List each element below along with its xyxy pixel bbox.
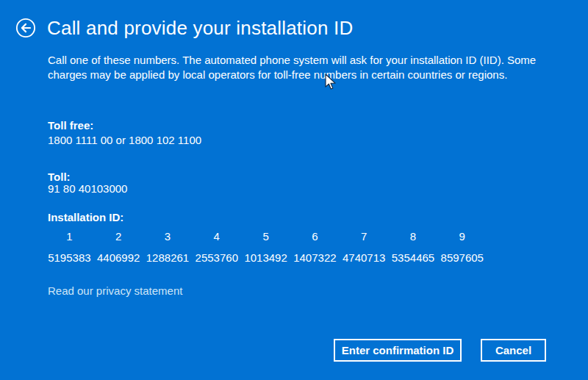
privacy-statement-link[interactable]: Read our privacy statement: [48, 284, 182, 297]
intro-line-1: Call one of these numbers. The automated…: [48, 53, 536, 68]
iid-col-header-7: 7: [340, 230, 389, 243]
page-title: Call and provide your installation ID: [47, 16, 353, 40]
toll-label: Toll:: [48, 171, 71, 183]
installation-id-label: Installation ID:: [48, 211, 123, 223]
iid-col-header-3: 3: [143, 230, 193, 243]
iid-col-header-6: 6: [290, 230, 340, 243]
activation-call-screen: Call and provide your installation ID Ca…: [0, 0, 588, 380]
back-button[interactable]: [15, 18, 36, 38]
installation-id-values: 5195383 4406992 1288261 2553760 1013492 …: [45, 251, 487, 264]
toll-free-label: Toll free:: [48, 119, 93, 132]
header: Call and provide your installation ID: [15, 16, 353, 40]
back-arrow-icon: [15, 18, 36, 38]
enter-confirmation-id-button[interactable]: Enter confirmation ID: [334, 339, 462, 362]
installation-id-column-headers: 1 2 3 4 5 6 7 8 9: [45, 230, 487, 243]
iid-value-5: 1013492: [241, 251, 290, 264]
iid-col-header-1: 1: [45, 230, 94, 243]
iid-col-header-8: 8: [389, 230, 438, 243]
toll-free-numbers: 1800 1111 00 or 1800 102 1100: [48, 134, 201, 146]
iid-col-header-4: 4: [192, 230, 241, 243]
iid-value-4: 2553760: [192, 251, 241, 264]
iid-value-3: 1288261: [143, 251, 193, 264]
iid-value-8: 5354465: [389, 251, 438, 264]
intro-line-2: charges may be applied by local operator…: [48, 68, 536, 82]
cancel-button[interactable]: Cancel: [481, 339, 546, 362]
iid-value-2: 4406992: [94, 251, 143, 264]
toll-number: 91 80 40103000: [48, 182, 127, 195]
iid-value-9: 8597605: [437, 251, 487, 264]
iid-col-header-9: 9: [437, 230, 487, 243]
iid-value-1: 5195383: [45, 251, 94, 264]
button-row: Enter confirmation ID Cancel: [334, 339, 546, 362]
iid-value-7: 4740713: [340, 251, 389, 264]
intro-text: Call one of these numbers. The automated…: [48, 53, 536, 82]
iid-col-header-5: 5: [241, 230, 290, 243]
iid-col-header-2: 2: [94, 230, 143, 243]
iid-value-6: 1407322: [290, 251, 340, 264]
